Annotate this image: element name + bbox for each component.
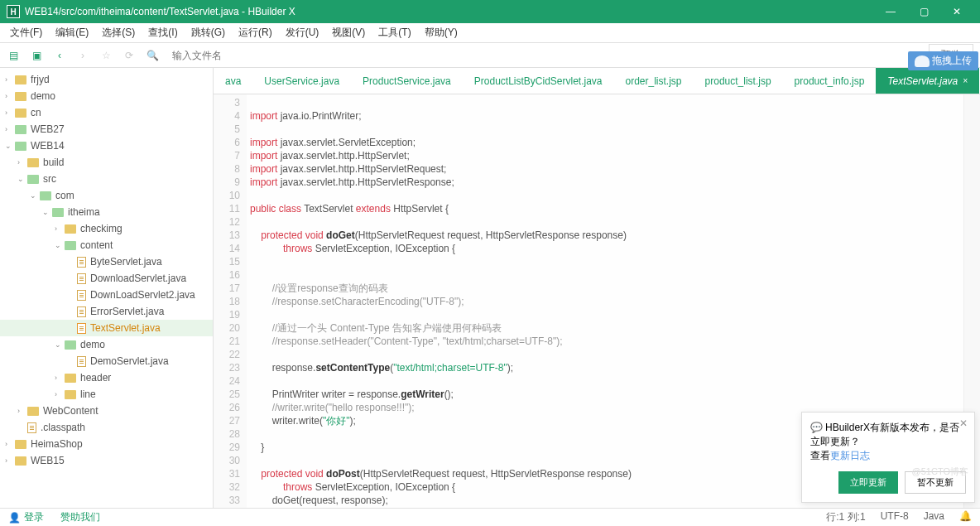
- tree-folder[interactable]: ›cn: [0, 104, 213, 121]
- chevron-icon[interactable]: ›: [55, 390, 63, 398]
- chevron-icon[interactable]: ⌄: [55, 241, 63, 249]
- editor-tab[interactable]: ProductService.java: [351, 68, 463, 94]
- minimize-button[interactable]: —: [882, 6, 899, 17]
- editor-tab[interactable]: order_list.jsp: [614, 68, 694, 94]
- tree-folder[interactable]: ›line: [0, 386, 213, 403]
- menu-item[interactable]: 选择(S): [95, 24, 142, 41]
- menu-item[interactable]: 编辑(E): [49, 24, 95, 41]
- login-link[interactable]: 登录: [24, 510, 44, 524]
- notification-icon[interactable]: 🔔: [959, 510, 972, 524]
- menu-item[interactable]: 文件(F): [3, 24, 49, 41]
- folder-icon: [65, 241, 76, 250]
- menu-item[interactable]: 发行(U): [279, 24, 326, 41]
- chevron-icon[interactable]: ›: [5, 75, 13, 84]
- tree-folder[interactable]: ›frjyd: [0, 71, 213, 88]
- tree-folder[interactable]: ›WEB15: [0, 452, 213, 469]
- tree-item-label: itheima: [68, 206, 100, 218]
- chevron-icon[interactable]: ›: [17, 158, 26, 166]
- file-explorer[interactable]: ›frjyd›demo›cn›WEB27⌄WEB14›build⌄src⌄com…: [0, 68, 214, 508]
- tree-item-label: header: [80, 372, 111, 384]
- menu-bar: 文件(F)编辑(E)选择(S)查找(I)跳转(G)运行(R)发行(U)视图(V)…: [0, 23, 980, 43]
- sponsor-link[interactable]: 赞助我们: [60, 510, 100, 524]
- chevron-icon[interactable]: ⌄: [30, 191, 38, 200]
- tree-folder[interactable]: ⌄WEB14: [0, 138, 213, 154]
- menu-item[interactable]: 跳转(G): [185, 24, 232, 41]
- tree-item-label: WEB27: [31, 123, 65, 135]
- new-file-icon[interactable]: ▤: [7, 49, 20, 62]
- tree-folder[interactable]: ›header: [0, 369, 213, 386]
- tree-folder[interactable]: ›HeimaShop: [0, 436, 213, 452]
- menu-item[interactable]: 帮助(Y): [418, 24, 464, 41]
- folder-icon: [27, 407, 39, 416]
- editor-tab[interactable]: ProductListByCidServlet.java: [463, 68, 614, 94]
- close-icon[interactable]: ✕: [959, 417, 968, 429]
- cursor-position: 行:1 列:1: [826, 510, 865, 524]
- tree-folder[interactable]: ⌄demo: [0, 336, 213, 353]
- tree-file[interactable]: ByteServlet.java: [0, 253, 213, 270]
- tree-folder[interactable]: ⌄com: [0, 187, 213, 204]
- menu-item[interactable]: 查找(I): [142, 24, 184, 41]
- language-indicator[interactable]: Java: [924, 510, 944, 524]
- editor-tab[interactable]: product_list.jsp: [694, 68, 783, 94]
- chevron-icon[interactable]: ⌄: [17, 175, 26, 183]
- editor-tab[interactable]: TextServlet.java×: [876, 68, 979, 94]
- back-icon[interactable]: ‹: [53, 49, 66, 62]
- tree-folder[interactable]: ›WebContent: [0, 403, 213, 419]
- tree-file[interactable]: DownloadServlet.java: [0, 270, 213, 287]
- tree-file[interactable]: DownLoadServlet2.java: [0, 287, 213, 303]
- tree-file[interactable]: DemoServlet.java: [0, 353, 213, 369]
- tree-item-label: build: [43, 157, 64, 168]
- close-button[interactable]: ✕: [949, 6, 965, 17]
- maximize-button[interactable]: ▢: [915, 6, 932, 17]
- chevron-icon[interactable]: ›: [5, 109, 13, 117]
- chevron-icon[interactable]: ⌄: [42, 208, 50, 216]
- tree-folder[interactable]: ›WEB27: [0, 121, 213, 138]
- folder-icon: [15, 440, 26, 449]
- star-icon[interactable]: ☆: [99, 49, 113, 62]
- editor-tab[interactable]: UserService.java: [252, 68, 351, 94]
- chevron-icon[interactable]: ⌄: [55, 340, 63, 349]
- chevron-icon[interactable]: ⌄: [5, 142, 13, 150]
- menu-item[interactable]: 视图(V): [325, 24, 372, 41]
- tree-file[interactable]: .classpath: [0, 419, 213, 436]
- update-now-button[interactable]: 立即更新: [838, 471, 898, 494]
- chevron-icon[interactable]: ›: [5, 440, 13, 448]
- file-icon: [77, 323, 86, 334]
- file-icon: [27, 422, 36, 433]
- chevron-icon[interactable]: ›: [5, 456, 13, 465]
- tab-bar: avaUserService.javaProductService.javaPr…: [214, 68, 980, 94]
- tree-folder[interactable]: ⌄src: [0, 171, 213, 187]
- chevron-icon[interactable]: ›: [55, 374, 63, 382]
- tree-item-label: WebContent: [43, 405, 98, 417]
- changelog-link[interactable]: 更新日志: [830, 450, 870, 461]
- menu-item[interactable]: 运行(R): [232, 24, 279, 41]
- tree-item-label: WEB14: [31, 140, 65, 152]
- tree-folder[interactable]: ⌄itheima: [0, 204, 213, 220]
- encoding-indicator[interactable]: UTF-8: [881, 510, 909, 524]
- chevron-icon[interactable]: ›: [17, 407, 26, 415]
- chevron-icon[interactable]: ›: [5, 92, 13, 100]
- editor-tab[interactable]: product_info.jsp: [783, 68, 877, 94]
- update-notification: ✕ 💬 HBuilderX有新版本发布，是否立即更新？ 查看更新日志 立即更新 …: [801, 412, 975, 503]
- editor-tab[interactable]: ava: [214, 68, 252, 94]
- tree-folder[interactable]: ›build: [0, 154, 213, 171]
- folder-icon: [65, 390, 76, 399]
- forward-icon[interactable]: ›: [76, 49, 89, 62]
- tree-file[interactable]: TextServlet.java: [0, 320, 213, 336]
- tree-file[interactable]: ErrorServlet.java: [0, 303, 213, 320]
- save-icon[interactable]: ▣: [30, 49, 43, 62]
- close-icon[interactable]: ×: [963, 76, 968, 85]
- tree-folder[interactable]: ›checkimg: [0, 220, 213, 237]
- line-gutter: 3456789101112131415161718192021222324252…: [214, 94, 247, 508]
- tree-item-label: TextServlet.java: [90, 322, 161, 334]
- tree-item-label: content: [80, 239, 113, 251]
- chevron-icon[interactable]: ›: [55, 224, 63, 233]
- upload-badge[interactable]: 拖拽上传: [908, 51, 978, 70]
- tree-folder[interactable]: ⌄content: [0, 237, 213, 253]
- search-input[interactable]: [169, 48, 334, 63]
- chevron-icon[interactable]: ›: [5, 125, 13, 133]
- file-icon: [77, 356, 86, 367]
- tree-folder[interactable]: ›demo: [0, 88, 213, 104]
- menu-item[interactable]: 工具(T): [372, 24, 417, 41]
- refresh-icon[interactable]: ⟳: [122, 49, 136, 62]
